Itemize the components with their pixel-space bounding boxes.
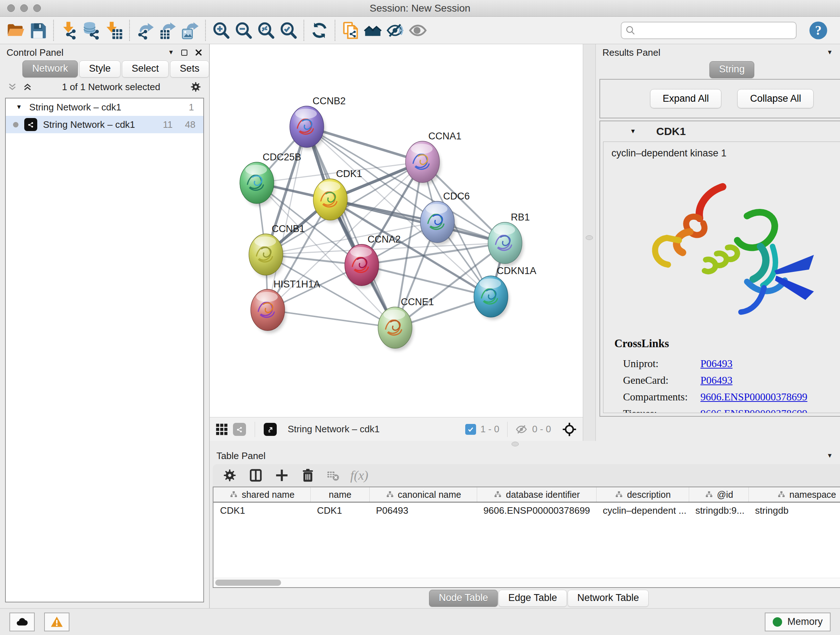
network-node-CCNA1[interactable]: CCNA1 bbox=[406, 131, 462, 185]
export-table-button[interactable] bbox=[156, 19, 179, 42]
table-settings-gear-icon[interactable] bbox=[222, 468, 237, 483]
column-header-description[interactable]: description bbox=[596, 487, 689, 502]
panel-menu-icon[interactable]: ▼ bbox=[827, 49, 833, 56]
detach-view-icon[interactable] bbox=[264, 423, 277, 436]
tab-network[interactable]: Network bbox=[22, 60, 78, 78]
network-edge[interactable] bbox=[268, 310, 395, 328]
help-button[interactable]: ? bbox=[808, 20, 829, 41]
tab-edge-table[interactable]: Edge Table bbox=[499, 590, 567, 607]
float-panel-icon[interactable] bbox=[181, 50, 187, 56]
network-badge-icon[interactable] bbox=[233, 423, 246, 436]
right-splitter[interactable] bbox=[583, 44, 596, 441]
show-all-button[interactable] bbox=[407, 19, 429, 42]
tab-style[interactable]: Style bbox=[79, 60, 120, 78]
zoom-selected-button[interactable] bbox=[277, 19, 300, 42]
expand-all-icon[interactable] bbox=[22, 82, 33, 92]
column-header-@id[interactable]: @id bbox=[689, 487, 748, 502]
splitter-handle[interactable] bbox=[512, 442, 519, 447]
add-column-icon[interactable] bbox=[274, 468, 289, 483]
grid-view-icon[interactable] bbox=[216, 423, 228, 435]
tab-sets[interactable]: Sets bbox=[170, 60, 209, 78]
memory-button[interactable]: Memory bbox=[765, 613, 831, 631]
column-header-database-identifier[interactable]: database identifier bbox=[477, 487, 596, 502]
entry-header[interactable]: ▼ CDK1 bbox=[600, 121, 840, 141]
column-header-name[interactable]: name bbox=[310, 487, 369, 502]
table-hscrollbar[interactable] bbox=[213, 578, 840, 587]
import-network-file-button[interactable] bbox=[58, 19, 80, 42]
crosslink-link[interactable]: P06493 bbox=[700, 358, 733, 370]
crosslink-link[interactable]: 9606.ENSP00000378699 bbox=[700, 408, 807, 413]
zoom-in-button[interactable] bbox=[210, 19, 232, 42]
clone-network-button[interactable] bbox=[339, 19, 362, 42]
export-image-button[interactable] bbox=[179, 19, 201, 42]
network-edge[interactable] bbox=[307, 127, 395, 328]
network-view-statusbar: String Network – cdk1 1 - 0 bbox=[210, 417, 583, 441]
table-cell: stringdb bbox=[748, 502, 840, 518]
edge-count: 48 bbox=[185, 119, 195, 130]
network-node-CCNB1[interactable]: CCNB1 bbox=[249, 223, 305, 278]
network-collection-row[interactable]: ▼ String Network – cdk1 1 bbox=[6, 98, 203, 116]
crosslink-row: Compartments:9606.ENSP00000378699 bbox=[614, 388, 840, 405]
export-network-button[interactable] bbox=[134, 19, 156, 42]
node-label: CCNA1 bbox=[428, 131, 462, 141]
tab-select[interactable]: Select bbox=[122, 60, 169, 78]
import-table-file-button[interactable] bbox=[103, 19, 125, 42]
scrollbar-thumb[interactable] bbox=[215, 580, 281, 586]
houses-icon bbox=[363, 21, 382, 40]
close-panel-icon[interactable] bbox=[195, 49, 202, 57]
open-session-button[interactable] bbox=[4, 19, 27, 42]
tab-network-table[interactable]: Network Table bbox=[568, 590, 649, 607]
refresh-button[interactable] bbox=[308, 19, 331, 42]
expand-all-button[interactable]: Expand All bbox=[650, 89, 722, 108]
zoom-out-button[interactable] bbox=[232, 19, 255, 42]
crosslink-link[interactable]: P06493 bbox=[700, 374, 733, 386]
network-row-selected[interactable]: String Network – cdk1 11 48 bbox=[6, 116, 203, 133]
zoom-fit-button[interactable] bbox=[255, 19, 277, 42]
network-canvas[interactable]: CCNB2 CCNA1 CDC25B CDK1 bbox=[210, 44, 583, 417]
network-node-CCNB2[interactable]: CCNB2 bbox=[290, 96, 346, 150]
export-image-icon bbox=[180, 21, 199, 40]
zoom-in-icon bbox=[212, 21, 231, 40]
hidden-eye-icon bbox=[515, 423, 528, 435]
save-icon bbox=[28, 21, 47, 40]
cloud-button[interactable] bbox=[9, 613, 35, 631]
node-label: RB1 bbox=[511, 212, 530, 223]
delete-column-trash-icon[interactable] bbox=[300, 468, 316, 483]
first-neighbors-button[interactable] bbox=[362, 19, 384, 42]
panel-menu-icon[interactable]: ▼ bbox=[168, 49, 174, 56]
selected-checkbox-icon[interactable] bbox=[465, 424, 476, 435]
collapse-all-icon[interactable] bbox=[7, 82, 17, 92]
crosslink-link[interactable]: 9606.ENSP00000378699 bbox=[700, 391, 807, 403]
show-columns-icon[interactable] bbox=[248, 468, 264, 483]
panel-menu-icon[interactable]: ▼ bbox=[827, 452, 833, 459]
column-header-shared-name[interactable]: shared name bbox=[213, 487, 310, 502]
collapse-all-button[interactable]: Collapse All bbox=[737, 89, 813, 108]
save-session-button[interactable] bbox=[27, 19, 49, 42]
network-node-CCNE1[interactable]: CCNE1 bbox=[378, 296, 434, 351]
column-header-namespace[interactable]: namespace bbox=[748, 487, 840, 502]
splitter-handle[interactable] bbox=[586, 235, 593, 240]
search-input[interactable] bbox=[639, 25, 783, 35]
entry-disclosure-icon[interactable]: ▼ bbox=[630, 128, 636, 135]
hide-selected-button[interactable] bbox=[384, 19, 407, 42]
import-network-database-button[interactable] bbox=[80, 19, 103, 42]
column-header-canonical-name[interactable]: canonical name bbox=[369, 487, 477, 502]
tab-node-table[interactable]: Node Table bbox=[429, 590, 498, 607]
table-cell: P06493 bbox=[369, 502, 477, 518]
collection-disclosure-icon[interactable]: ▼ bbox=[16, 103, 22, 111]
horizontal-splitter[interactable] bbox=[210, 441, 840, 448]
warnings-button[interactable] bbox=[44, 613, 69, 631]
birdseye-crosshair-icon[interactable] bbox=[562, 422, 577, 437]
table-row[interactable]: CDK1CDK1P064939606.ENSP00000378699cyclin… bbox=[213, 502, 840, 518]
crosslink-label: Uniprot: bbox=[614, 358, 700, 370]
network-node-RB1[interactable]: RB1 bbox=[488, 212, 530, 266]
export-network-icon bbox=[136, 21, 155, 40]
node-label: CDK1 bbox=[336, 168, 362, 179]
import-network-icon bbox=[60, 21, 79, 40]
network-node-CDKN1A[interactable]: CDKN1A bbox=[474, 265, 537, 320]
tab-string[interactable]: String bbox=[709, 61, 755, 78]
network-edge[interactable] bbox=[330, 200, 505, 243]
network-node-HIST1H1A[interactable]: HIST1H1A bbox=[251, 279, 320, 333]
current-network-name: String Network – cdk1 bbox=[287, 424, 379, 435]
gear-icon[interactable] bbox=[189, 81, 202, 93]
